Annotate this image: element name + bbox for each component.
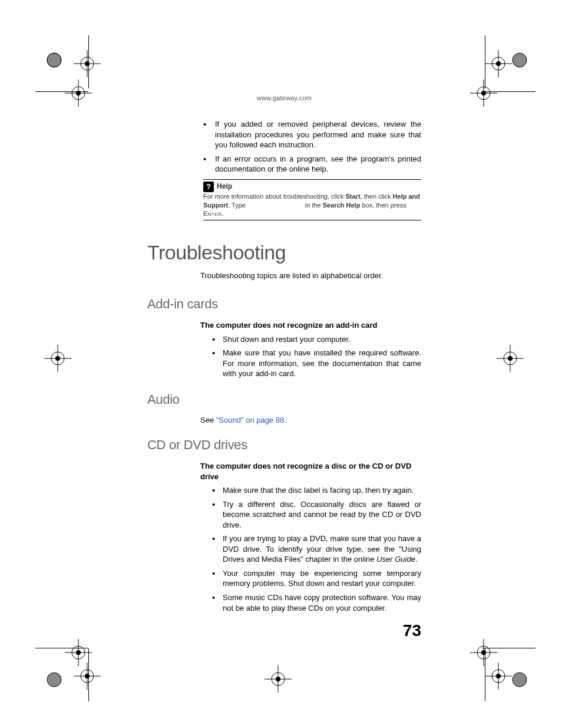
text: in the <box>303 202 323 209</box>
crop-mark-icon <box>470 80 497 107</box>
list-item: If an error occurs in a program, see the… <box>203 154 421 174</box>
crop-mark-icon <box>485 663 512 690</box>
text: For more information about troubleshooti… <box>203 193 346 200</box>
list-item: If you added or removed peripheral devic… <box>203 119 421 150</box>
list-item: Make sure that you have installed the re… <box>212 348 421 379</box>
text: box, then press <box>360 202 406 209</box>
list-item: Shut down and restart your computer. <box>212 334 421 345</box>
see-reference: See "Sound" on page 88. <box>200 416 421 424</box>
intro-text: Troubleshooting topics are listed in alp… <box>200 271 421 280</box>
crop-line <box>485 648 485 701</box>
smallcaps-text: Enter <box>203 210 222 217</box>
list-item: Your computer may be experiencing some t… <box>212 568 421 589</box>
help-body-text: For more information about troubleshooti… <box>203 193 420 218</box>
section-heading-addin: Add-in cards <box>147 297 421 312</box>
crop-mark-icon <box>497 345 524 372</box>
text: . Type <box>228 202 247 209</box>
text: . <box>284 416 286 424</box>
bold-text: Start <box>346 193 361 200</box>
cddvd-bullet-list: Make sure that the disc label is facing … <box>212 485 421 613</box>
crop-mark-icon <box>44 50 64 70</box>
crop-mark-icon <box>485 50 512 77</box>
crop-mark-icon <box>510 670 530 690</box>
list-item: Try a different disc. Occasionally discs… <box>212 499 421 531</box>
svg-point-14 <box>513 53 527 67</box>
crop-mark-icon <box>44 345 71 372</box>
crop-mark-icon <box>74 50 101 77</box>
crop-line <box>88 648 89 701</box>
crop-mark-icon <box>510 50 530 70</box>
bold-text: Search Help <box>323 202 361 209</box>
subheading: The computer does not recognize a disc o… <box>200 461 421 482</box>
text: See <box>200 416 216 424</box>
crop-mark-icon <box>470 639 497 666</box>
help-icon: ? <box>203 182 214 192</box>
crop-mark-icon <box>74 663 101 690</box>
page-title: Troubleshooting <box>147 241 421 264</box>
page-number: 73 <box>403 621 421 640</box>
crop-mark-icon <box>265 666 292 693</box>
section-heading-audio: Audio <box>147 392 421 407</box>
crop-mark-icon <box>65 80 92 107</box>
text: . <box>222 210 224 217</box>
italic-text: User Guide <box>376 555 415 564</box>
header-url: www.gateway.com <box>147 94 421 101</box>
page-content: www.gateway.com If you added or removed … <box>147 94 421 617</box>
help-title: Help <box>217 182 232 190</box>
list-item: Some music CDs have copy protection soft… <box>212 592 421 613</box>
crop-line <box>482 648 535 648</box>
addin-bullet-list: Shut down and restart your computer. Mak… <box>212 334 421 379</box>
intro-bullet-list: If you added or removed peripheral devic… <box>203 119 421 174</box>
crop-mark-icon <box>44 670 64 690</box>
subheading: The computer does not recognize an add-i… <box>200 320 421 331</box>
section-heading-cddvd: CD or DVD drives <box>147 437 421 453</box>
svg-point-48 <box>513 673 527 687</box>
cross-reference-link[interactable]: "Sound" on page 88 <box>216 416 285 424</box>
crop-line <box>35 648 88 648</box>
text: , then click <box>361 193 393 200</box>
list-item: Make sure that the disc label is facing … <box>212 485 421 496</box>
help-callout-box: ? Help For more information about troubl… <box>203 179 421 221</box>
list-item: If you are trying to play a DVD, make su… <box>212 533 421 565</box>
svg-point-35 <box>47 673 61 687</box>
